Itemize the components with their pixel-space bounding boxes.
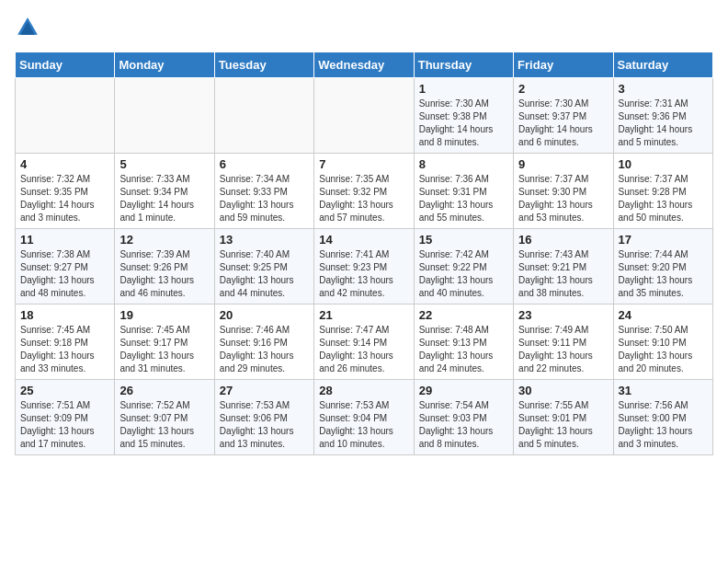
day-number: 14 [319, 233, 408, 247]
day-info: Sunrise: 7:51 AM Sunset: 9:09 PM Dayligh… [20, 399, 109, 451]
calendar-cell: 12Sunrise: 7:39 AM Sunset: 9:26 PM Dayli… [115, 229, 214, 304]
day-number: 25 [20, 384, 109, 397]
calendar-cell: 31Sunrise: 7:56 AM Sunset: 9:00 PM Dayli… [613, 380, 712, 455]
calendar-cell: 9Sunrise: 7:37 AM Sunset: 9:30 PM Daylig… [514, 154, 613, 229]
calendar-cell: 30Sunrise: 7:55 AM Sunset: 9:01 PM Dayli… [514, 380, 613, 455]
calendar-cell: 6Sunrise: 7:34 AM Sunset: 9:33 PM Daylig… [214, 154, 313, 229]
calendar-cell: 21Sunrise: 7:47 AM Sunset: 9:14 PM Dayli… [314, 304, 414, 380]
day-info: Sunrise: 7:47 AM Sunset: 9:14 PM Dayligh… [319, 324, 408, 375]
calendar-cell [214, 78, 313, 154]
calendar-cell: 11Sunrise: 7:38 AM Sunset: 9:27 PM Dayli… [16, 229, 115, 304]
day-number: 9 [518, 157, 608, 171]
calendar-week-row: 4Sunrise: 7:32 AM Sunset: 9:35 PM Daylig… [16, 154, 713, 229]
day-info: Sunrise: 7:45 AM Sunset: 9:17 PM Dayligh… [119, 324, 209, 375]
logo-icon [15, 15, 40, 40]
calendar-cell: 19Sunrise: 7:45 AM Sunset: 9:17 PM Dayli… [115, 304, 214, 380]
day-number: 26 [119, 384, 209, 397]
day-number: 21 [319, 308, 408, 322]
day-info: Sunrise: 7:48 AM Sunset: 9:13 PM Dayligh… [419, 324, 508, 375]
calendar-cell: 13Sunrise: 7:40 AM Sunset: 9:25 PM Dayli… [214, 229, 313, 304]
day-of-week-header: Saturday [613, 52, 712, 78]
calendar-cell: 24Sunrise: 7:50 AM Sunset: 9:10 PM Dayli… [613, 304, 712, 380]
day-number: 28 [319, 384, 408, 397]
day-number: 17 [619, 233, 708, 247]
day-number: 1 [419, 82, 508, 96]
calendar-cell: 8Sunrise: 7:36 AM Sunset: 9:31 PM Daylig… [414, 154, 513, 229]
calendar-cell: 15Sunrise: 7:42 AM Sunset: 9:22 PM Dayli… [414, 229, 513, 304]
calendar-cell [314, 78, 414, 154]
day-of-week-header: Tuesday [214, 52, 313, 78]
calendar-week-row: 18Sunrise: 7:45 AM Sunset: 9:18 PM Dayli… [16, 304, 713, 380]
page-header [15, 15, 713, 40]
day-info: Sunrise: 7:34 AM Sunset: 9:33 PM Dayligh… [220, 173, 309, 224]
day-info: Sunrise: 7:30 AM Sunset: 9:37 PM Dayligh… [518, 98, 608, 149]
days-of-week-row: SundayMondayTuesdayWednesdayThursdayFrid… [16, 52, 713, 78]
calendar-cell: 14Sunrise: 7:41 AM Sunset: 9:23 PM Dayli… [314, 229, 414, 304]
day-info: Sunrise: 7:55 AM Sunset: 9:01 PM Dayligh… [518, 399, 608, 451]
day-number: 5 [119, 157, 209, 171]
calendar-table: SundayMondayTuesdayWednesdayThursdayFrid… [15, 52, 713, 455]
logo [15, 15, 44, 40]
day-info: Sunrise: 7:50 AM Sunset: 9:10 PM Dayligh… [619, 324, 708, 375]
day-number: 15 [419, 233, 508, 247]
day-info: Sunrise: 7:30 AM Sunset: 9:38 PM Dayligh… [419, 98, 508, 149]
calendar-cell: 16Sunrise: 7:43 AM Sunset: 9:21 PM Dayli… [514, 229, 613, 304]
day-number: 2 [518, 82, 608, 96]
day-info: Sunrise: 7:40 AM Sunset: 9:25 PM Dayligh… [220, 248, 309, 300]
day-info: Sunrise: 7:44 AM Sunset: 9:20 PM Dayligh… [619, 248, 708, 300]
day-number: 31 [619, 384, 708, 397]
day-of-week-header: Sunday [16, 52, 115, 78]
day-of-week-header: Monday [115, 52, 214, 78]
day-info: Sunrise: 7:35 AM Sunset: 9:32 PM Dayligh… [319, 173, 408, 224]
calendar-header: SundayMondayTuesdayWednesdayThursdayFrid… [16, 52, 713, 78]
day-info: Sunrise: 7:38 AM Sunset: 9:27 PM Dayligh… [20, 248, 109, 300]
day-info: Sunrise: 7:56 AM Sunset: 9:00 PM Dayligh… [619, 399, 708, 451]
day-of-week-header: Thursday [414, 52, 513, 78]
calendar-cell: 3Sunrise: 7:31 AM Sunset: 9:36 PM Daylig… [613, 78, 712, 154]
day-number: 18 [20, 308, 109, 322]
calendar-cell: 7Sunrise: 7:35 AM Sunset: 9:32 PM Daylig… [314, 154, 414, 229]
day-info: Sunrise: 7:49 AM Sunset: 9:11 PM Dayligh… [518, 324, 608, 375]
day-number: 30 [518, 384, 608, 397]
day-info: Sunrise: 7:52 AM Sunset: 9:07 PM Dayligh… [119, 399, 209, 451]
day-number: 6 [220, 157, 309, 171]
day-info: Sunrise: 7:53 AM Sunset: 9:04 PM Dayligh… [319, 399, 408, 451]
day-info: Sunrise: 7:32 AM Sunset: 9:35 PM Dayligh… [20, 173, 109, 224]
day-number: 23 [518, 308, 608, 322]
calendar-cell: 10Sunrise: 7:37 AM Sunset: 9:28 PM Dayli… [613, 154, 712, 229]
day-info: Sunrise: 7:39 AM Sunset: 9:26 PM Dayligh… [119, 248, 209, 300]
calendar-week-row: 11Sunrise: 7:38 AM Sunset: 9:27 PM Dayli… [16, 229, 713, 304]
day-of-week-header: Wednesday [314, 52, 414, 78]
calendar-cell [16, 78, 115, 154]
calendar-cell: 17Sunrise: 7:44 AM Sunset: 9:20 PM Dayli… [613, 229, 712, 304]
calendar-cell [115, 78, 214, 154]
day-info: Sunrise: 7:41 AM Sunset: 9:23 PM Dayligh… [319, 248, 408, 300]
day-info: Sunrise: 7:45 AM Sunset: 9:18 PM Dayligh… [20, 324, 109, 375]
day-number: 7 [319, 157, 408, 171]
day-info: Sunrise: 7:36 AM Sunset: 9:31 PM Dayligh… [419, 173, 508, 224]
calendar-week-row: 1Sunrise: 7:30 AM Sunset: 9:38 PM Daylig… [16, 78, 713, 154]
day-number: 12 [119, 233, 209, 247]
day-info: Sunrise: 7:37 AM Sunset: 9:28 PM Dayligh… [619, 173, 708, 224]
day-number: 10 [619, 157, 708, 171]
calendar-cell: 26Sunrise: 7:52 AM Sunset: 9:07 PM Dayli… [115, 380, 214, 455]
calendar-week-row: 25Sunrise: 7:51 AM Sunset: 9:09 PM Dayli… [16, 380, 713, 455]
day-of-week-header: Friday [514, 52, 613, 78]
day-info: Sunrise: 7:54 AM Sunset: 9:03 PM Dayligh… [419, 399, 508, 451]
day-number: 8 [419, 157, 508, 171]
day-info: Sunrise: 7:42 AM Sunset: 9:22 PM Dayligh… [419, 248, 508, 300]
day-info: Sunrise: 7:53 AM Sunset: 9:06 PM Dayligh… [220, 399, 309, 451]
calendar-cell: 25Sunrise: 7:51 AM Sunset: 9:09 PM Dayli… [16, 380, 115, 455]
day-info: Sunrise: 7:43 AM Sunset: 9:21 PM Dayligh… [518, 248, 608, 300]
day-info: Sunrise: 7:46 AM Sunset: 9:16 PM Dayligh… [220, 324, 309, 375]
day-info: Sunrise: 7:37 AM Sunset: 9:30 PM Dayligh… [518, 173, 608, 224]
day-number: 19 [119, 308, 209, 322]
calendar-cell: 28Sunrise: 7:53 AM Sunset: 9:04 PM Dayli… [314, 380, 414, 455]
day-number: 29 [419, 384, 508, 397]
day-number: 16 [518, 233, 608, 247]
day-number: 24 [619, 308, 708, 322]
calendar-cell: 4Sunrise: 7:32 AM Sunset: 9:35 PM Daylig… [16, 154, 115, 229]
calendar-cell: 27Sunrise: 7:53 AM Sunset: 9:06 PM Dayli… [214, 380, 313, 455]
day-number: 3 [619, 82, 708, 96]
day-number: 22 [419, 308, 508, 322]
